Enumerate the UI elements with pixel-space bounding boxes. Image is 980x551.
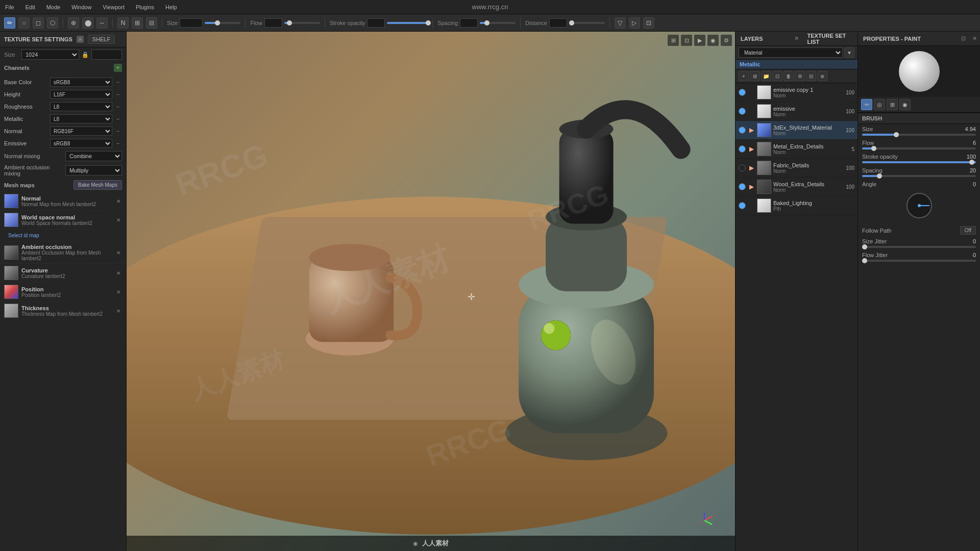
channel-remove-emissive[interactable]: − xyxy=(114,139,122,147)
viewport-material-btn[interactable]: ◉ xyxy=(707,35,719,46)
expand-btn[interactable]: ▼ xyxy=(844,47,854,58)
layer-emissive-copy-1[interactable]: emissive copy 1 Norm 100 xyxy=(736,83,857,102)
channel-btn-2[interactable]: ⊞ xyxy=(132,17,143,29)
smudge-tool-btn[interactable]: ○ xyxy=(18,17,30,29)
layer-vis-emissive[interactable] xyxy=(739,108,746,115)
bake-mesh-maps-btn[interactable]: Bake Mesh Maps xyxy=(74,180,122,190)
layer-vis-wood-extra[interactable] xyxy=(739,183,746,190)
brush-stroke-opacity-thumb[interactable] xyxy=(969,160,974,165)
layer-folder-3dex[interactable]: ▶ xyxy=(748,127,755,134)
brush-stroke-opacity-value[interactable]: 100 xyxy=(967,154,976,160)
brush-size-jitter-thumb[interactable] xyxy=(862,244,867,249)
size-value-input[interactable]: 1024 xyxy=(91,49,122,60)
menu-edit[interactable]: Edit xyxy=(20,2,40,12)
layer-folder-fabric[interactable]: ▶ xyxy=(748,164,755,171)
mirror-v-btn[interactable]: ▷ xyxy=(629,17,640,29)
angle-control[interactable] xyxy=(862,189,976,222)
brush-size-jitter-value[interactable]: 0 xyxy=(973,238,976,244)
brush-flow-jitter-slider[interactable] xyxy=(862,260,976,262)
spacing-input[interactable]: 20 xyxy=(460,18,478,28)
menu-file[interactable]: File xyxy=(0,2,19,12)
distance-slider[interactable] xyxy=(569,22,605,24)
layer-vis-emissive-copy-1[interactable] xyxy=(739,89,746,96)
angle-dial[interactable] xyxy=(906,193,932,218)
normal-channel-btn[interactable]: N xyxy=(117,17,129,29)
layer-fabric-details[interactable]: ▶ Fabric_Details Norm 100 xyxy=(736,159,857,178)
lock-size-btn[interactable]: 🔒 xyxy=(81,51,89,59)
viewport-3d-btn[interactable]: ⊡ xyxy=(681,35,692,46)
layer-filter-btn[interactable]: ⊟ xyxy=(806,71,816,81)
fill-tool-btn[interactable]: ⬡ xyxy=(47,17,58,29)
distance-input[interactable]: 0 xyxy=(549,18,567,28)
brush-alpha-tab[interactable]: ◎ xyxy=(874,99,885,110)
add-channel-btn[interactable]: + xyxy=(114,64,122,72)
size-select[interactable]: 1024 512 2048 4096 xyxy=(21,49,79,60)
layer-vis-3dex[interactable] xyxy=(739,127,746,134)
shelf-tab[interactable]: SHELF xyxy=(88,35,115,44)
layer-vis-metal-extra[interactable] xyxy=(739,145,746,153)
channel-format-emissive[interactable]: sRGB8 xyxy=(50,139,112,148)
channel-remove-roughness[interactable]: − xyxy=(114,103,122,111)
channel-format-base-color[interactable]: sRGB8 xyxy=(50,78,112,87)
size-input[interactable]: 4.94 xyxy=(180,18,203,28)
channel-format-normal[interactable]: RGB16F xyxy=(50,127,112,136)
clone-tool-btn[interactable]: ⊕ xyxy=(68,17,79,29)
viewport[interactable]: RRCG 人人素材 RRCG 人人素材 RRCG ✛ ⊞ ⊡ ▶ ◉ ⚙ xyxy=(127,32,735,551)
spacing-slider[interactable] xyxy=(480,22,516,24)
add-paint-layer-btn[interactable]: + xyxy=(739,71,749,81)
brush-spacing-thumb[interactable] xyxy=(877,173,882,179)
mesh-map-close-ao[interactable]: ✕ xyxy=(115,249,122,256)
flow-input[interactable]: 6 xyxy=(264,18,282,28)
stroke-opacity-input[interactable]: 100 xyxy=(367,18,385,28)
viewport-settings-btn[interactable]: ⚙ xyxy=(721,35,732,46)
layer-anchor-btn[interactable]: ⊕ xyxy=(817,71,827,81)
brush-spacing-slider[interactable] xyxy=(862,175,976,177)
brush-size-value[interactable]: 4.94 xyxy=(965,126,976,132)
channel-format-roughness[interactable]: L8 xyxy=(50,102,112,111)
channel-format-metallic[interactable]: L8 xyxy=(50,114,112,123)
layer-folder-wood-extra[interactable]: ▶ xyxy=(748,183,755,190)
layers-close-btn[interactable]: ✕ xyxy=(791,33,802,44)
channel-remove-base-color[interactable]: − xyxy=(114,78,122,86)
brush-stroke-opacity-slider[interactable] xyxy=(862,161,976,163)
align-btn[interactable]: ⊡ xyxy=(643,17,654,29)
brush-texture-tab[interactable]: ⊞ xyxy=(887,99,898,110)
brush-angle-value[interactable]: 0 xyxy=(973,181,976,187)
mirror-h-btn[interactable]: ▽ xyxy=(615,17,626,29)
channel-remove-normal[interactable]: − xyxy=(114,127,122,135)
brush-flow-thumb[interactable] xyxy=(871,146,876,151)
properties-expand-btn[interactable]: ⊡ xyxy=(958,33,969,44)
brush-flow-slider[interactable] xyxy=(862,147,976,149)
properties-close-btn[interactable]: ✕ xyxy=(969,33,980,44)
menu-window[interactable]: Window xyxy=(66,2,96,12)
texture-set-close-btn[interactable]: ✕ xyxy=(77,36,84,43)
mesh-map-select-id-label[interactable]: Select id map xyxy=(4,232,122,239)
viewport-2d-btn[interactable]: ⊞ xyxy=(668,35,679,46)
channel-remove-height[interactable]: − xyxy=(114,90,122,98)
brush-flow-value[interactable]: 6 xyxy=(973,140,976,146)
menu-mode[interactable]: Mode xyxy=(41,2,66,12)
layer-vis-baked[interactable] xyxy=(739,202,746,209)
viewport-render-btn[interactable]: ▶ xyxy=(694,35,705,46)
layer-emissive[interactable]: emissive Norm 100 xyxy=(736,102,857,121)
channel-format-height[interactable]: L16F xyxy=(50,90,112,99)
menu-help[interactable]: Help xyxy=(160,2,182,12)
paint-tool-btn[interactable]: ✏ xyxy=(4,17,15,29)
channel-btn-3[interactable]: ⊟ xyxy=(146,17,157,29)
stroke-opacity-slider[interactable] xyxy=(387,22,428,24)
delete-layer-btn[interactable]: 🗑 xyxy=(783,71,794,81)
brush-basic-tab[interactable]: ✏ xyxy=(861,99,872,110)
material-dropdown[interactable]: Material xyxy=(739,47,843,58)
mesh-map-close-curvature[interactable]: ✕ xyxy=(115,269,122,277)
mesh-map-close-position[interactable]: ✕ xyxy=(115,288,122,295)
brush-params-btn[interactable]: ⬤ xyxy=(82,17,93,29)
size-slider[interactable] xyxy=(205,22,240,24)
duplicate-layer-btn[interactable]: ⊡ xyxy=(772,71,782,81)
menu-viewport[interactable]: Viewport xyxy=(97,2,130,12)
brush-size-thumb[interactable] xyxy=(894,132,899,137)
menu-plugins[interactable]: Plugins xyxy=(131,2,159,12)
eraser-tool-btn[interactable]: ◻ xyxy=(33,17,44,29)
layer-metal-extra[interactable]: ▶ Metal_Extra_Details Norm 5 xyxy=(736,140,857,159)
add-folder-btn[interactable]: 📁 xyxy=(761,71,771,81)
ao-mixing-select[interactable]: Multiply Add xyxy=(65,165,122,176)
